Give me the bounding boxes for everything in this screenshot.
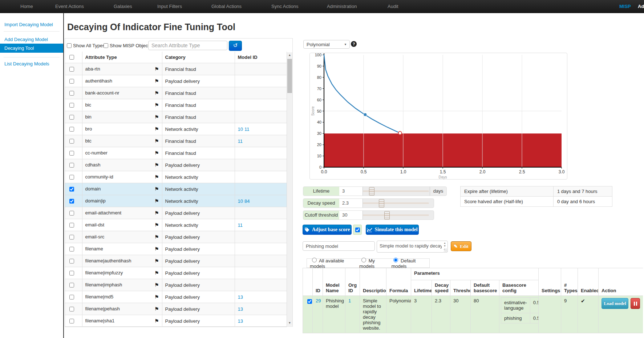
table-row[interactable]: email-dst ⚑ Network activity 11 (65, 219, 287, 231)
table-row[interactable]: bro ⚑ Network activity 1011 (65, 123, 287, 135)
flag-icon[interactable]: ⚑ (154, 198, 159, 204)
table-row[interactable]: domain ⚑ Network activity (65, 183, 287, 195)
sidebar-item-import-decaying-model[interactable]: Import Decaying Model (4, 22, 53, 27)
table-row[interactable]: filename|md5 ⚑ Payload delivery 13 (65, 291, 287, 303)
model-description-textarea[interactable]: Simple model to rapidly decay phishing w… (377, 241, 448, 253)
nav-administration[interactable]: Administration (327, 0, 357, 13)
row-checkbox[interactable] (69, 175, 74, 180)
simulate-model-button[interactable]: Simulate this model (366, 225, 419, 235)
nav-home[interactable]: Home (20, 0, 33, 13)
decay-speed-value[interactable]: 2.3 (339, 199, 363, 208)
lifetime-value[interactable]: 3 (339, 187, 363, 196)
decay-speed-slider-track[interactable] (363, 202, 429, 204)
table-row[interactable]: filename|imphash ⚑ Payload delivery (65, 279, 287, 291)
all-models-radio[interactable] (312, 258, 317, 262)
flag-icon[interactable]: ⚑ (154, 222, 159, 228)
row-checkbox[interactable] (69, 271, 74, 275)
scroll-up-icon[interactable]: ▲ (287, 52, 292, 58)
table-row[interactable]: filename ⚑ Payload delivery (65, 243, 287, 255)
row-checkbox[interactable] (69, 307, 74, 311)
row-checkbox[interactable] (69, 67, 74, 72)
show-misp-objects-label[interactable]: Show MISP Objects (110, 43, 151, 48)
cutoff-threshold-value[interactable]: 30 (339, 211, 363, 220)
row-checkbox[interactable] (69, 199, 74, 204)
sidebar-item-decaying-tool[interactable]: Decaying Tool (0, 44, 63, 53)
row-checkbox[interactable] (69, 151, 74, 156)
formula-select[interactable]: Polynomial ▼ (303, 40, 350, 49)
flag-icon[interactable]: ⚑ (154, 102, 159, 108)
model-id-link[interactable]: 10 (238, 198, 243, 204)
model-id-link[interactable]: 11 (238, 222, 243, 228)
show-all-types-checkbox[interactable] (67, 43, 72, 48)
table-row[interactable]: cdhash ⚑ Payload delivery (65, 159, 287, 171)
flag-icon[interactable]: ⚑ (154, 78, 159, 84)
decay-speed-slider-handle[interactable] (379, 199, 384, 208)
row-checkbox[interactable] (69, 295, 74, 299)
show-all-types-label[interactable]: Show All Types (73, 43, 105, 48)
cutoff-threshold-slider-track[interactable] (363, 214, 429, 216)
nav-global-actions[interactable]: Global Actions (211, 0, 242, 13)
model-id-link[interactable]: 11 (238, 138, 243, 144)
row-checkbox[interactable] (69, 163, 74, 168)
load-model-button[interactable]: Load model (602, 298, 628, 309)
nav-galaxies[interactable]: Galaxies (114, 0, 132, 13)
disable-model-button[interactable] (631, 298, 640, 309)
model-id-link[interactable]: 13 (238, 294, 243, 300)
default-models-radio[interactable] (393, 258, 398, 262)
row-checkbox[interactable] (69, 283, 74, 287)
flag-icon[interactable]: ⚑ (154, 138, 159, 144)
row-checkbox[interactable] (69, 91, 74, 96)
sidebar-item-list-decaying-models[interactable]: List Decaying Models (4, 61, 49, 67)
table-row[interactable]: bank-account-nr ⚑ Financial fraud (65, 87, 287, 99)
row-checkbox[interactable] (69, 235, 74, 240)
flag-icon[interactable]: ⚑ (154, 306, 159, 312)
table-row[interactable]: bin ⚑ Financial fraud (65, 111, 287, 123)
search-attribute-input[interactable] (148, 41, 227, 50)
model-id-link[interactable]: 11 (244, 126, 250, 132)
flag-icon[interactable]: ⚑ (154, 90, 159, 96)
lifetime-slider-handle[interactable] (369, 187, 374, 196)
flag-icon[interactable]: ⚑ (154, 150, 159, 156)
flag-icon[interactable]: ⚑ (154, 294, 159, 300)
row-checkbox[interactable] (69, 103, 74, 108)
decay-chart[interactable]: 01020304050607080901000.00.51.01.52.02.5… (309, 53, 567, 180)
table-row[interactable]: cc-number ⚑ Financial fraud (65, 147, 287, 159)
row-checkbox[interactable] (69, 127, 74, 132)
scroll-down-icon[interactable]: ▼ (287, 320, 292, 326)
row-checkbox[interactable] (69, 259, 74, 263)
flag-icon[interactable]: ⚑ (154, 234, 159, 240)
show-misp-objects-checkbox[interactable] (104, 43, 108, 48)
model-id-link[interactable]: 29 (316, 298, 321, 303)
adjust-base-score-button[interactable]: Adjust base score (303, 225, 352, 235)
misp-brand[interactable]: MISP (619, 0, 631, 13)
table-row[interactable]: email-attachment ⚑ Payload delivery (65, 207, 287, 219)
help-icon[interactable]: ? (351, 41, 357, 47)
nav-audit[interactable]: Audit (388, 0, 398, 13)
flag-icon[interactable]: ⚑ (154, 126, 159, 132)
org-id-link[interactable]: 1 (348, 298, 351, 303)
row-checkbox[interactable] (69, 319, 74, 323)
nav-sync-actions[interactable]: Sync Actions (271, 0, 298, 13)
flag-icon[interactable]: ⚑ (154, 210, 159, 216)
resize-grip-icon[interactable] (444, 249, 447, 252)
row-checkbox[interactable] (69, 187, 74, 192)
flag-icon[interactable]: ⚑ (154, 114, 159, 120)
table-row[interactable]: btc ⚑ Financial fraud 11 (65, 135, 287, 147)
sidebar-item-add-decaying-model[interactable]: Add Decaying Model (4, 37, 48, 42)
nav-event-actions[interactable]: Event Actions (55, 0, 84, 13)
table-row[interactable]: email-src ⚑ Payload delivery (65, 231, 287, 243)
table-row[interactable]: domain|ip ⚑ Network activity 1084 (65, 195, 287, 207)
flag-icon[interactable]: ⚑ (154, 318, 159, 324)
row-checkbox[interactable] (69, 139, 74, 144)
flag-icon[interactable]: ⚑ (154, 186, 159, 192)
model-row-checkbox[interactable] (307, 299, 312, 304)
scrollbar-thumb[interactable] (287, 59, 292, 93)
attribute-table-scrollbar[interactable]: ▲ ▼ (287, 52, 292, 326)
lifetime-slider-track[interactable] (363, 190, 429, 192)
table-row[interactable]: aba-rtn ⚑ Financial fraud (65, 63, 287, 75)
edit-model-button[interactable]: ✎ Edit (451, 241, 471, 251)
refresh-button[interactable]: ↺ (229, 41, 242, 51)
model-id-link[interactable]: 84 (244, 198, 250, 204)
nav-input-filters[interactable]: Input Filters (157, 0, 182, 13)
select-all-checkbox[interactable] (69, 55, 74, 60)
